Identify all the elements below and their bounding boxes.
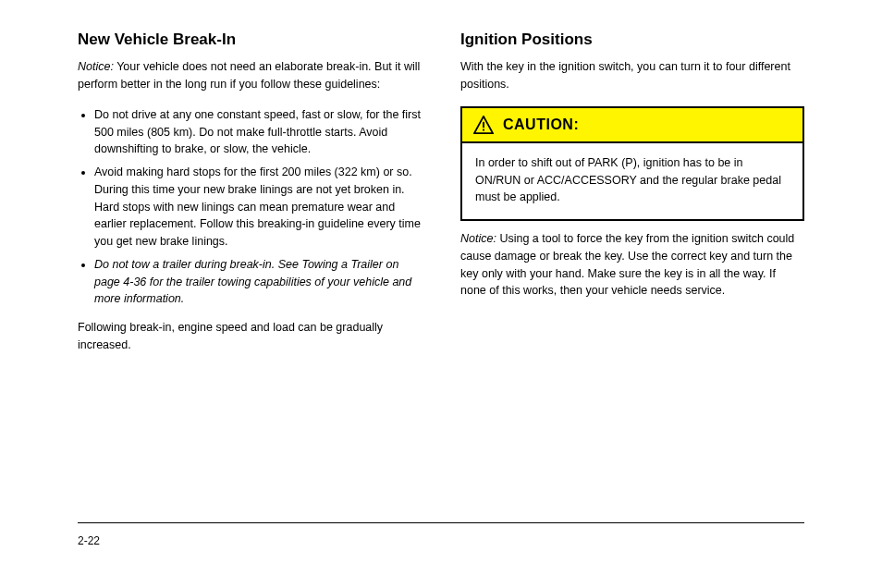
two-column-layout: New Vehicle Break-In Notice: Your vehicl… [78,30,804,520]
left-column: New Vehicle Break-In Notice: Your vehicl… [78,30,422,520]
caution-header: CAUTION: [462,108,802,143]
svg-rect-0 [483,122,484,128]
warning-triangle-icon [473,116,494,134]
right-intro: With the key in the ignition switch, you… [460,58,804,93]
right-column: Ignition Positions With the key in the i… [460,30,804,520]
list-item: Avoid making hard stops for the first 20… [94,164,422,251]
right-notice: Notice: Using a tool to force the key fr… [460,230,804,300]
caution-box: CAUTION: In order to shift out of PARK (… [460,106,804,221]
left-notice: Notice: Your vehicle does not need an el… [78,58,422,93]
page-number: 2-22 [78,534,100,547]
list-item-text: Avoid making hard stops for the first 20… [94,165,421,248]
caution-body: In order to shift out of PARK (P), ignit… [462,143,802,219]
page-content: New Vehicle Break-In Notice: Your vehicl… [78,30,804,557]
footer-rule [78,522,804,523]
notice-text: Your vehicle does not need an elaborate … [78,60,420,91]
list-item-text: Do not tow a trailer during break-in. Se… [94,258,411,306]
bullet-list: Do not drive at any one constant speed, … [78,106,422,313]
svg-rect-1 [483,129,484,130]
right-heading: Ignition Positions [460,30,804,49]
notice-label: Notice: [460,232,496,245]
notice-label: Notice: [78,60,114,73]
left-heading: New Vehicle Break-In [78,30,422,49]
list-item: Do not tow a trailer during break-in. Se… [94,256,422,308]
list-item: Do not drive at any one constant speed, … [94,106,422,158]
caution-label: CAUTION: [503,116,579,133]
closing-text: Following break-in, engine speed and loa… [78,319,422,354]
notice-text: Using a tool to force the key from the i… [460,232,794,297]
